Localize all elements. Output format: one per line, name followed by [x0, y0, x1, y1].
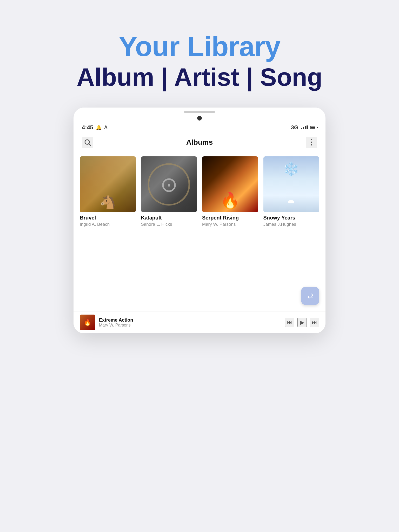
- album-name-snowy: Snowy Years: [263, 215, 320, 221]
- player-artist-name: Mary W. Parsons: [99, 323, 285, 328]
- album-artist-katapult: Sandra L. Hicks: [141, 222, 197, 227]
- album-cover-bruvel: [80, 156, 136, 212]
- device-notch-bar: [74, 108, 325, 114]
- status-time: 4:45: [82, 124, 93, 131]
- status-left: 4:45 🔔 A: [82, 124, 108, 131]
- notch-pill: [184, 111, 215, 113]
- app-toolbar: Albums: [74, 132, 325, 152]
- search-button[interactable]: [82, 137, 93, 148]
- album-artist-bruvel: Ingrid A. Beach: [80, 222, 136, 227]
- more-options-button[interactable]: [306, 137, 317, 148]
- album-item-serpent[interactable]: Serpent Rising Mary W. Parsons: [202, 156, 258, 227]
- battery-fill: [311, 127, 315, 129]
- shuffle-icon: ⇄: [307, 292, 313, 300]
- status-bar: 4:45 🔔 A 3G: [74, 123, 325, 132]
- device-frame: 4:45 🔔 A 3G Albums: [74, 108, 325, 334]
- album-cover-katapult: [141, 156, 197, 212]
- album-artist-snowy: James J.Hughes: [263, 222, 320, 227]
- search-icon: [84, 138, 91, 146]
- player-controls: ⏮ ▶ ⏭: [285, 318, 319, 327]
- toolbar-title: Albums: [186, 138, 213, 147]
- album-artist-serpent: Mary W. Parsons: [202, 222, 258, 227]
- album-name-serpent: Serpent Rising: [202, 215, 258, 221]
- album-art-serpent: [202, 156, 258, 212]
- status-right: 3G: [291, 124, 317, 131]
- skip-next-button[interactable]: ⏭: [310, 318, 319, 327]
- signal-bar-1: [301, 128, 302, 129]
- hero-title: Your Library: [77, 31, 322, 62]
- albums-grid: Bruvel Ingrid A. Beach Katapult Sandra L…: [74, 152, 325, 234]
- sync-icon: A: [104, 125, 108, 130]
- player-track-name: Extreme Action: [99, 317, 285, 323]
- bottom-player: 🔥 Extreme Action Mary W. Parsons ⏮ ▶ ⏭: [74, 311, 325, 333]
- menu-dot-1: [311, 139, 312, 140]
- album-item-snowy[interactable]: Snowy Years James J.Hughes: [263, 156, 320, 227]
- play-button[interactable]: ▶: [297, 318, 307, 327]
- signal-bar-3: [305, 126, 306, 129]
- shuffle-fab[interactable]: ⇄: [301, 287, 319, 305]
- player-info: Extreme Action Mary W. Parsons: [99, 317, 285, 328]
- signal-bar-2: [303, 127, 304, 129]
- svg-line-1: [89, 144, 91, 146]
- svg-point-0: [85, 140, 90, 144]
- album-name-bruvel: Bruvel: [80, 215, 136, 221]
- notification-icon: 🔔: [96, 125, 102, 130]
- content-spacer: ⇄: [74, 233, 325, 311]
- hero-section: Your Library Album | Artist | Song: [77, 31, 322, 92]
- signal-bars: [301, 125, 308, 129]
- skip-prev-button[interactable]: ⏮: [285, 318, 294, 327]
- album-art-katapult: [141, 156, 197, 212]
- album-item-bruvel[interactable]: Bruvel Ingrid A. Beach: [80, 156, 136, 227]
- album-cover-snowy: [263, 156, 320, 212]
- signal-bar-4: [307, 125, 308, 129]
- album-cover-serpent: [202, 156, 258, 212]
- hero-subtitle: Album | Artist | Song: [77, 62, 322, 92]
- player-album-thumb: 🔥: [80, 315, 95, 330]
- battery-icon: [310, 126, 317, 129]
- front-camera: [197, 116, 202, 121]
- album-art-bruvel: [80, 156, 136, 212]
- album-art-snowy: [263, 156, 320, 212]
- network-label: 3G: [291, 124, 298, 131]
- album-item-katapult[interactable]: Katapult Sandra L. Hicks: [141, 156, 197, 227]
- album-name-katapult: Katapult: [141, 215, 197, 221]
- menu-dot-2: [311, 142, 312, 143]
- menu-dot-3: [311, 144, 312, 145]
